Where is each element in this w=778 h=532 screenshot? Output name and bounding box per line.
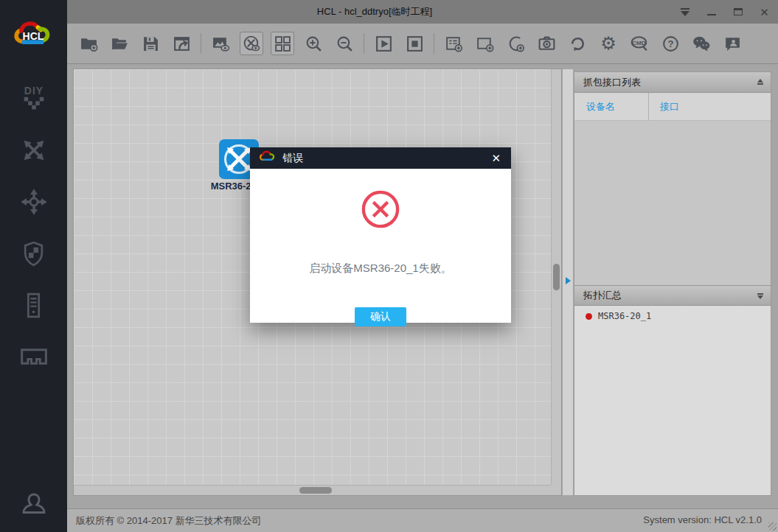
capture-list-header[interactable]: 抓包接口列表 bbox=[574, 72, 771, 93]
collapse-down-icon[interactable] bbox=[757, 293, 763, 299]
hcl-logo: HCL bbox=[13, 18, 55, 53]
zoom-out-button[interactable] bbox=[333, 32, 356, 55]
device-sidebar: HCL DIY bbox=[0, 0, 67, 532]
add-rectangle-button[interactable] bbox=[473, 32, 496, 55]
settings-button[interactable]: ⚙ bbox=[597, 32, 620, 55]
topology-summary-title: 拓扑汇总 bbox=[583, 289, 757, 302]
error-dialog-body: 启动设备MSR36-20_1失败。 确认 bbox=[250, 169, 511, 323]
feedback-button[interactable] bbox=[720, 32, 744, 55]
sidebar-item-switch-devices[interactable] bbox=[18, 186, 50, 218]
column-interface: 接口 bbox=[660, 100, 679, 113]
svg-text:DIY: DIY bbox=[24, 85, 43, 97]
add-note-button[interactable] bbox=[442, 32, 465, 55]
sidebar-item-firewall-devices[interactable] bbox=[18, 237, 50, 270]
add-ellipse-button[interactable] bbox=[504, 32, 527, 55]
window-menu-button[interactable] bbox=[675, 4, 694, 19]
error-message: 启动设备MSR36-20_1失败。 bbox=[250, 262, 511, 276]
wechat-button[interactable] bbox=[690, 32, 713, 55]
new-topology-button[interactable] bbox=[77, 32, 100, 55]
sidebar-item-router-devices[interactable] bbox=[18, 134, 50, 167]
sidebar-item-user-account[interactable] bbox=[0, 489, 67, 520]
show-interface-name-button[interactable] bbox=[240, 32, 263, 55]
show-grid-button[interactable] bbox=[271, 32, 294, 55]
titlebar: HCL - hcl_ddtryo[临时工程] ✕ bbox=[67, 0, 778, 24]
stop-all-devices-button[interactable] bbox=[403, 32, 426, 55]
scrollbar-corner bbox=[551, 485, 561, 495]
sidebar-item-ethernet-port[interactable] bbox=[18, 340, 50, 373]
window-title: HCL - hcl_ddtryo[临时工程] bbox=[67, 0, 682, 24]
confirm-button[interactable]: 确认 bbox=[355, 307, 406, 326]
device-status-dot bbox=[586, 313, 592, 320]
column-divider bbox=[648, 93, 649, 120]
hcl-logo-text: HCL bbox=[22, 30, 44, 42]
toolbar-separator bbox=[434, 33, 434, 54]
cmd-console-button[interactable]: CMD bbox=[628, 32, 651, 55]
open-topology-button[interactable] bbox=[108, 32, 131, 55]
capture-table-header: 设备名 接口 bbox=[574, 93, 771, 121]
screenshot-button[interactable] bbox=[535, 32, 558, 55]
dialog-title: 错误 bbox=[282, 152, 488, 165]
window-controls: ✕ bbox=[675, 0, 774, 24]
topology-summary-body: MSR36-20_1 bbox=[574, 306, 771, 495]
reset-view-button[interactable] bbox=[566, 32, 589, 55]
minimize-button[interactable] bbox=[702, 4, 720, 19]
dialog-cloud-icon bbox=[259, 150, 276, 166]
collapse-up-icon[interactable] bbox=[757, 79, 763, 85]
horizontal-scrollbar-thumb[interactable] bbox=[299, 487, 332, 494]
zoom-in-button[interactable] bbox=[302, 32, 325, 55]
dialog-close-icon[interactable]: ✕ bbox=[488, 151, 504, 165]
panel-splitter[interactable] bbox=[562, 69, 574, 496]
close-icon: ✕ bbox=[760, 7, 769, 18]
close-button[interactable]: ✕ bbox=[755, 4, 774, 19]
maximize-button[interactable] bbox=[729, 4, 747, 19]
right-panel: 抓包接口列表 设备名 接口 拓扑汇总 MSR36-20_1 bbox=[574, 71, 771, 496]
error-dialog-titlebar[interactable]: 错误 ✕ bbox=[250, 147, 511, 169]
error-circle-x-icon bbox=[361, 189, 400, 232]
sidebar-item-server-devices[interactable] bbox=[18, 289, 50, 321]
toolbar-separator bbox=[364, 33, 364, 54]
save-topology-button[interactable] bbox=[139, 32, 162, 55]
sidebar-item-diy-device[interactable]: DIY bbox=[18, 83, 50, 115]
start-all-devices-button[interactable] bbox=[372, 32, 395, 55]
capture-list-body bbox=[574, 121, 771, 285]
help-button[interactable]: ? bbox=[659, 32, 682, 55]
version-text: System version: HCL v2.1.0 bbox=[643, 514, 762, 525]
app-window: HCL DIY HCL - hcl_ddtryo[临时工程] ✕ ⚙CMD? bbox=[0, 0, 778, 532]
error-dialog: 错误 ✕ 启动设备MSR36-20_1失败。 确认 bbox=[250, 147, 511, 323]
toolbar: ⚙CMD? bbox=[67, 24, 778, 64]
resize-grip[interactable] bbox=[768, 522, 777, 531]
canvas-vertical-scrollbar[interactable] bbox=[551, 69, 561, 485]
copyright-text: 版权所有 © 2014-2017 新华三技术有限公司 bbox=[76, 514, 262, 528]
capture-list-title: 抓包接口列表 bbox=[583, 76, 757, 89]
topology-device-name: MSR36-20_1 bbox=[598, 311, 651, 321]
svg-text:CMD: CMD bbox=[632, 40, 646, 46]
toolbar-separator bbox=[201, 33, 201, 54]
canvas-horizontal-scrollbar[interactable] bbox=[74, 485, 551, 495]
export-topology-button[interactable] bbox=[170, 32, 193, 55]
svg-text:?: ? bbox=[667, 38, 673, 49]
column-device-name: 设备名 bbox=[586, 100, 615, 113]
minimize-icon bbox=[707, 14, 716, 15]
maximize-icon bbox=[734, 8, 743, 15]
preview-image-button[interactable] bbox=[209, 32, 232, 55]
topology-device-item[interactable]: MSR36-20_1 bbox=[574, 306, 771, 321]
topology-summary-header[interactable]: 拓扑汇总 bbox=[574, 285, 771, 306]
vertical-scrollbar-thumb[interactable] bbox=[553, 264, 560, 290]
menu-arrow-icon bbox=[681, 8, 690, 10]
expand-panel-arrow-icon[interactable] bbox=[566, 277, 571, 284]
statusbar: 版权所有 © 2014-2017 新华三技术有限公司 System versio… bbox=[67, 508, 778, 532]
